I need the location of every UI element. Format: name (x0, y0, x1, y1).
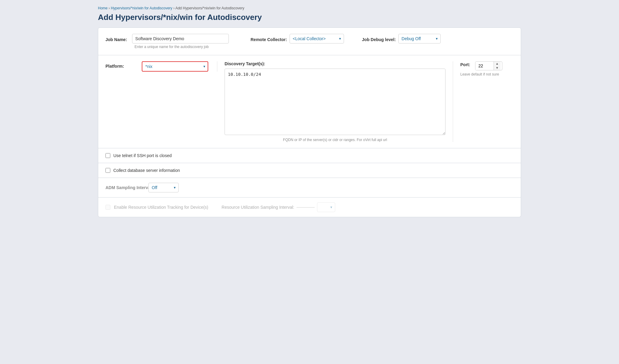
top-form-row: Job Name: Enter a unique name for the au… (105, 34, 514, 49)
breadcrumb: Home › Hypervisors/*nix/win for Autodisc… (98, 6, 521, 10)
port-label: Port: (460, 62, 470, 67)
adm-sampling-select[interactable]: Off (148, 183, 179, 192)
resource-tracking-label: Enable Resource Utilization Tracking for… (114, 205, 208, 210)
discovery-targets-label: Discovery Target(s): (225, 61, 446, 66)
adm-sampling-label: ADM Sampling Interval: (105, 185, 145, 190)
discovery-targets-col: Discovery Target(s): 10.10.10.0/24 FQDN … (217, 61, 453, 142)
resource-interval-wrapper: ▾ (317, 202, 335, 212)
port-col: Port: ▲ ▼ Leave default if not sure (453, 61, 514, 76)
platform-row: Platform: *nix ▾ Discovery Target(s): 10… (105, 61, 514, 142)
port-spinners: ▲ ▼ (494, 62, 501, 70)
resource-interval-label: Resource Utilization Sampling Interval: (222, 205, 294, 210)
adm-sampling-row: ADM Sampling Interval: Off ▾ (98, 178, 521, 198)
discovery-targets-hint: FQDN or IP of the server(s) or cidr or r… (225, 138, 446, 142)
remote-collector-wrapper: <Local Collector> ▾ (290, 34, 344, 43)
remote-collector-section: Remote Collector: <Local Collector> ▾ (251, 34, 344, 43)
breadcrumb-current: Add Hypervisors/*nix/win for Autodiscove… (175, 6, 244, 10)
collect-db-row: Collect database server information (98, 163, 521, 178)
job-name-label: Job Name: (105, 35, 127, 42)
remote-collector-label: Remote Collector: (251, 35, 287, 42)
discovery-targets-textarea[interactable]: 10.10.10.0/24 (225, 69, 446, 135)
breadcrumb-hypervisors[interactable]: Hypervisors/*nix/win for Autodiscovery (111, 6, 172, 10)
top-form-card: Job Name: Enter a unique name for the au… (98, 27, 521, 55)
job-debug-label: Job Debug level: (362, 35, 396, 42)
job-name-group: Job Name: Enter a unique name for the au… (105, 34, 232, 49)
platform-select[interactable]: *nix (142, 61, 208, 72)
resource-interval-group: Resource Utilization Sampling Interval: … (214, 202, 335, 212)
job-debug-section: Job Debug level: Debug Off ▾ (362, 34, 441, 43)
job-debug-wrapper: Debug Off ▾ (398, 34, 441, 43)
use-telnet-label: Use telnet if SSH port is closed (113, 153, 172, 158)
resource-line-divider (297, 207, 315, 208)
port-input-wrapper: ▲ ▼ (475, 61, 502, 70)
resource-interval-select[interactable] (317, 202, 335, 212)
platform-label: Platform: (105, 61, 142, 69)
port-input[interactable] (475, 62, 494, 70)
job-name-hint: Enter a unique name for the autodiscover… (134, 45, 232, 49)
port-hint: Leave default if not sure (460, 72, 514, 76)
remote-collector-select[interactable]: <Local Collector> (290, 34, 344, 43)
collect-db-checkbox[interactable] (105, 168, 110, 173)
use-telnet-checkbox[interactable] (105, 153, 110, 158)
breadcrumb-home[interactable]: Home (98, 6, 108, 10)
job-name-label-row: Job Name: (105, 34, 232, 43)
use-telnet-row: Use telnet if SSH port is closed (98, 148, 521, 163)
page-title: Add Hypervisors/*nix/win for Autodiscove… (98, 13, 521, 22)
platform-card: Platform: *nix ▾ Discovery Target(s): 10… (98, 55, 521, 148)
platform-select-wrapper: *nix ▾ (142, 61, 208, 72)
adm-sampling-wrapper: Off ▾ (148, 183, 179, 192)
job-debug-select[interactable]: Debug Off (398, 34, 441, 43)
collect-db-label: Collect database server information (113, 168, 180, 173)
resource-utilization-row: Enable Resource Utilization Tracking for… (98, 198, 521, 217)
port-decrement-button[interactable]: ▼ (494, 66, 501, 70)
resource-tracking-checkbox[interactable] (105, 205, 110, 210)
job-name-input[interactable] (132, 34, 229, 43)
page-container: Home › Hypervisors/*nix/win for Autodisc… (98, 6, 521, 217)
port-increment-button[interactable]: ▲ (494, 62, 501, 66)
